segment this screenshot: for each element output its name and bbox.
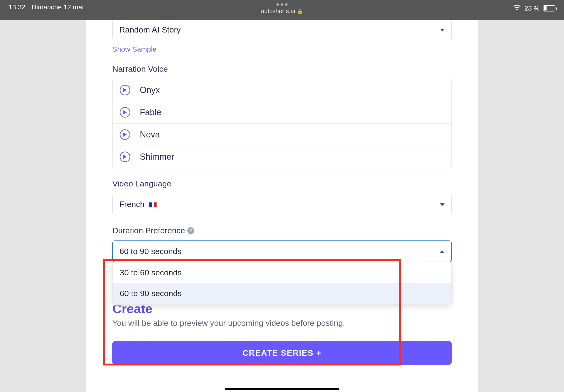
help-icon[interactable]: ? <box>187 227 194 234</box>
battery-percent: 23 % <box>524 4 540 12</box>
form-card: Random AI Story Show Sample Narration Vo… <box>86 20 478 392</box>
voice-item-shimmer[interactable]: Shimmer <box>112 146 452 168</box>
duration-select[interactable]: 60 to 90 seconds <box>112 240 452 262</box>
play-icon[interactable] <box>120 85 130 95</box>
voice-name: Onyx <box>140 85 160 95</box>
status-time: 13:32 <box>9 3 25 11</box>
duration-option-60-90[interactable]: 60 to 90 seconds <box>112 283 452 304</box>
story-type-value: Random AI Story <box>119 25 181 34</box>
voice-item-nova[interactable]: Nova <box>112 124 452 146</box>
video-language-select[interactable]: French <box>112 194 452 215</box>
duration-option-30-60[interactable]: 30 to 60 seconds <box>112 262 452 283</box>
wifi-icon <box>513 3 521 13</box>
voice-name: Shimmer <box>140 152 174 162</box>
story-type-select[interactable]: Random AI Story <box>112 20 452 40</box>
status-date: Dimanche 12 mai <box>31 3 84 11</box>
multitask-dots-icon[interactable] <box>276 3 288 6</box>
narration-voice-label: Narration Voice <box>112 64 452 74</box>
battery-icon <box>543 5 555 12</box>
duration-value: 60 to 90 seconds <box>120 247 181 256</box>
show-sample-link[interactable]: Show Sample <box>112 45 157 53</box>
create-heading: Create <box>112 306 452 314</box>
play-icon[interactable] <box>120 129 130 140</box>
duration-dropdown: 30 to 60 seconds 60 to 90 seconds <box>112 262 452 304</box>
lock-icon: 🔒 <box>297 8 303 14</box>
duration-section: Duration Preference ? 60 to 90 seconds 3… <box>112 226 452 328</box>
voice-name: Nova <box>140 129 160 140</box>
caret-down-icon <box>440 200 445 209</box>
browser-url[interactable]: autoshorts.ai 🔒 <box>261 8 303 14</box>
play-icon[interactable] <box>120 107 130 118</box>
video-language-value: French <box>119 200 157 209</box>
caret-down-icon <box>440 25 445 34</box>
duration-label: Duration Preference ? <box>112 226 452 235</box>
caret-up-icon <box>440 247 444 256</box>
voice-item-onyx[interactable]: Onyx <box>112 79 452 101</box>
video-language-label: Video Language <box>112 179 452 188</box>
flag-fr-icon <box>149 202 157 208</box>
play-icon[interactable] <box>120 152 130 162</box>
ios-status-bar: 13:32 Dimanche 12 mai autoshorts.ai 🔒 23… <box>0 0 564 20</box>
create-series-button[interactable]: CREATE SERIES + <box>112 341 452 365</box>
home-indicator[interactable] <box>225 388 339 390</box>
voice-name: Fable <box>140 107 161 117</box>
preview-note: You will be able to preview your upcomin… <box>112 318 452 328</box>
voice-list: Onyx Fable Nova Shimmer <box>112 79 452 168</box>
voice-item-fable[interactable]: Fable <box>112 101 452 124</box>
